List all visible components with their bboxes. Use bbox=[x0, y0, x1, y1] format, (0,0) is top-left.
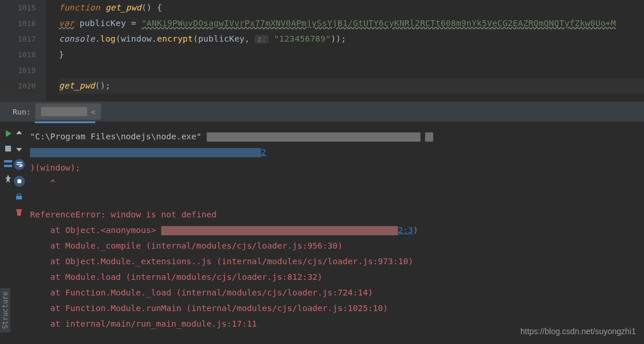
line-number: 1017 bbox=[0, 31, 36, 47]
stack-trace-line: at Object.Module._extensions..js (intern… bbox=[30, 254, 644, 269]
stack-trace-line: at Module._compile (internal/modules/cjs… bbox=[30, 238, 644, 254]
stack-trace-line: at Module.load (internal/modules/cjs/loa… bbox=[30, 269, 644, 285]
redacted-link[interactable] bbox=[30, 148, 261, 157]
line-number-gutter: 1015 1016 1017 1018 1019 1020 bbox=[0, 0, 46, 101]
operator: = bbox=[131, 19, 136, 28]
function-call: get_pwd bbox=[59, 81, 95, 90]
code-line[interactable] bbox=[59, 62, 644, 78]
trace-link[interactable]: 2:3 bbox=[398, 225, 413, 235]
svg-rect-2 bbox=[4, 165, 12, 167]
scroll-to-end-icon[interactable] bbox=[14, 176, 25, 187]
variable-name: publicKey bbox=[80, 19, 126, 28]
line-number: 1015 bbox=[0, 0, 36, 16]
watermark: https://blog.csdn.net/suyongzhi1 bbox=[520, 327, 636, 336]
line-number: 1016 bbox=[0, 16, 36, 31]
down-arrow-icon[interactable] bbox=[14, 144, 24, 153]
clear-all-icon[interactable] bbox=[14, 208, 24, 217]
error-message: ReferenceError: window is not defined bbox=[30, 207, 644, 223]
stack-trace-line: at Function.Module.runMain (internal/mod… bbox=[30, 301, 644, 316]
structure-tool-window-tab[interactable]: Structure bbox=[0, 288, 10, 332]
svg-rect-3 bbox=[16, 196, 22, 199]
run-label: Run: bbox=[13, 108, 31, 116]
run-tab-chevron[interactable]: < bbox=[91, 108, 95, 116]
string-literal: "123456789" bbox=[274, 34, 330, 43]
object-console: console bbox=[59, 34, 95, 43]
line-number: 1019 bbox=[0, 62, 36, 78]
console-line: 2 bbox=[30, 145, 644, 160]
up-arrow-icon[interactable] bbox=[14, 129, 24, 138]
object-window: window bbox=[121, 34, 152, 43]
method-encrypt: encrypt bbox=[157, 34, 193, 43]
pin-icon[interactable] bbox=[3, 174, 13, 183]
code-line[interactable]: } bbox=[59, 47, 644, 62]
param-hint: z: bbox=[255, 35, 269, 43]
svg-rect-0 bbox=[5, 146, 11, 151]
layout-icon[interactable] bbox=[3, 159, 13, 168]
punct: () { bbox=[142, 3, 162, 12]
argument: publicKey bbox=[198, 34, 244, 43]
console-line bbox=[30, 191, 644, 207]
code-line[interactable]: var publicKey = "ANKi9PWuvDOsagwIVvrPx77… bbox=[59, 16, 644, 31]
line-number: 1018 bbox=[0, 47, 36, 62]
console-line: )(window); bbox=[30, 160, 644, 176]
keyword-var: var bbox=[59, 19, 75, 28]
function-name: get_pwd bbox=[105, 3, 142, 12]
link-tail[interactable]: 2 bbox=[261, 147, 266, 157]
code-line[interactable]: function get_pwd() { bbox=[59, 0, 644, 16]
rerun-icon[interactable] bbox=[3, 129, 13, 138]
console-line: ^ bbox=[30, 176, 644, 191]
editor-area: 1015 1016 1017 1018 1019 1020 function g… bbox=[0, 0, 644, 101]
code-editor[interactable]: function get_pwd() { var publicKey = "AN… bbox=[46, 0, 644, 101]
run-tab-name-redacted bbox=[41, 107, 87, 116]
run-panel: Run: < bbox=[0, 101, 644, 332]
keyword-function: function bbox=[59, 3, 100, 12]
svg-rect-1 bbox=[4, 160, 12, 162]
string-literal: "ANKi9PWuvDOsagwIVvrPx77mXNV0APmjySsYjB1… bbox=[142, 19, 616, 28]
console-line: "C:\Program Files\nodejs\node.exe" bbox=[30, 129, 644, 145]
soft-wrap-icon[interactable] bbox=[14, 159, 25, 170]
stop-icon[interactable] bbox=[3, 144, 13, 153]
run-tab[interactable]: < bbox=[35, 103, 101, 120]
console-output[interactable]: "C:\Program Files\nodejs\node.exe" 2 )(w… bbox=[29, 123, 644, 332]
code-line-active[interactable]: get_pwd(); bbox=[59, 78, 644, 94]
node-path: "C:\Program Files\nodejs\node.exe" bbox=[30, 132, 202, 141]
stack-trace-line: at Function.Module._load (internal/modul… bbox=[30, 285, 644, 301]
print-icon[interactable] bbox=[14, 193, 24, 202]
redacted bbox=[425, 132, 433, 142]
redacted bbox=[161, 226, 398, 235]
run-panel-header: Run: < bbox=[0, 102, 644, 121]
line-number: 1020 bbox=[0, 78, 36, 94]
code-line[interactable]: console.log(window.encrypt(publicKey, z:… bbox=[59, 31, 644, 47]
svg-rect-4 bbox=[17, 194, 21, 196]
stack-trace-line: at Object.<anonymous> 2:3) bbox=[30, 223, 644, 238]
method-log: log bbox=[100, 34, 116, 43]
redacted bbox=[207, 132, 420, 142]
watermark-url: https://blog.csdn.net/suyongzhi1 bbox=[520, 327, 636, 336]
